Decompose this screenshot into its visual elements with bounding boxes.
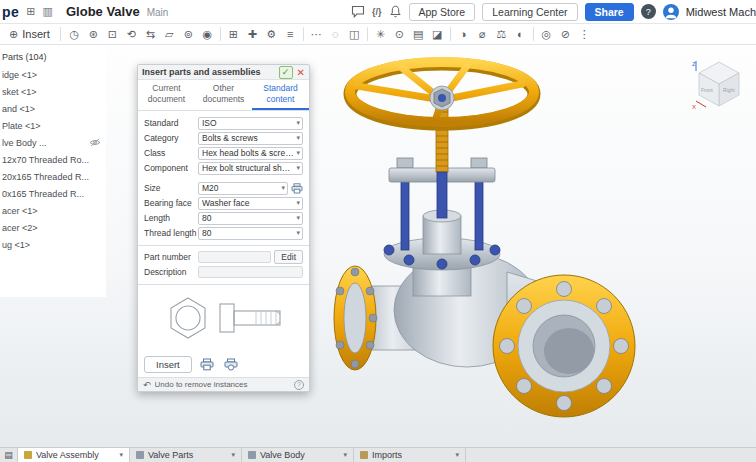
mass-properties-icon[interactable]: ⚖ — [492, 26, 511, 43]
hide-icon[interactable]: ⊘ — [556, 26, 575, 43]
view-cube[interactable]: Front Right Z X — [692, 57, 746, 111]
tab-menu-caret[interactable]: ▾ — [231, 451, 235, 459]
workspace-name[interactable]: Main — [147, 7, 169, 18]
printer-settings-icon[interactable] — [223, 356, 240, 373]
standard-select[interactable]: ISO ▾ — [198, 117, 303, 130]
undo-icon[interactable]: ↶ — [143, 380, 151, 390]
3d-viewport[interactable]: Front Right Z X — [0, 45, 756, 447]
mate-icon[interactable]: ⊛ — [84, 26, 103, 43]
bom-icon[interactable]: ▤ — [409, 26, 428, 43]
printer-icon[interactable] — [199, 356, 216, 373]
panel-icon[interactable]: ▥ — [43, 5, 53, 18]
section-view-icon[interactable]: ◑ — [454, 26, 473, 43]
class-select[interactable]: Hex head bolts & screws ▾ — [198, 147, 303, 160]
toolbar-separator[interactable] — [450, 27, 451, 41]
toolbar-separator[interactable] — [220, 27, 221, 41]
cylindrical-mate-icon[interactable]: ⊚ — [179, 26, 198, 43]
slider-mate-icon[interactable]: ⇆ — [141, 26, 160, 43]
document-title[interactable]: Globe Valve — [66, 4, 140, 19]
notifications-bell-icon[interactable] — [389, 5, 402, 18]
revolute-mate-icon[interactable]: ⟲ — [122, 26, 141, 43]
explode-icon[interactable]: ✳ — [371, 26, 390, 43]
tab-other-documents[interactable]: Other documents — [195, 80, 252, 109]
user-avatar[interactable] — [663, 4, 679, 20]
field-label: Class — [144, 148, 198, 158]
measure-icon[interactable]: ⌀ — [473, 26, 492, 43]
onshape-app: pe ⊞ ▥ Globe Valve Main {/} App Store Le… — [0, 0, 756, 462]
thread-length-select[interactable]: 80 ▾ — [198, 227, 303, 240]
user-name[interactable]: Midwest Mach — [686, 6, 756, 18]
parts-list-item[interactable]: sket <1> — [0, 83, 106, 100]
toolbar-separator[interactable] — [533, 27, 534, 41]
linear-pattern-icon[interactable]: ⋯ — [307, 26, 326, 43]
parts-list-item[interactable]: ug <1> — [0, 236, 106, 253]
history-icon[interactable]: ◷ — [65, 26, 84, 43]
circular-pattern-icon[interactable]: ◌ — [326, 26, 345, 43]
snapshot-icon[interactable]: ⊙ — [390, 26, 409, 43]
tab-standard-content[interactable]: Standard content — [252, 80, 309, 109]
field-label: Length — [144, 213, 198, 223]
tab-menu-caret[interactable]: ▾ — [455, 451, 459, 459]
size-table-icon[interactable] — [291, 183, 303, 194]
field-label: Thread length — [144, 228, 198, 238]
parts-list-header[interactable]: Parts (104) — [0, 50, 106, 66]
parts-list: idge <1> sket <1> and <1> Plate <1> — [0, 66, 106, 253]
parts-list-item[interactable]: idge <1> — [0, 66, 106, 83]
ball-mate-icon[interactable]: ◉ — [198, 26, 217, 43]
length-select[interactable]: 80 ▾ — [198, 212, 303, 225]
close-icon[interactable]: ✕ — [297, 67, 305, 78]
hidden-eye-icon[interactable] — [89, 138, 101, 147]
appearance-icon[interactable]: ◐ — [511, 26, 530, 43]
tab-valve-assembly[interactable]: Valve Assembly ▾ — [18, 448, 130, 462]
app-store-button[interactable]: App Store — [409, 3, 476, 21]
insert-button[interactable]: ⊕ Insert — [3, 26, 56, 43]
grid-icon[interactable]: ⊞ — [26, 5, 35, 18]
tab-menu-caret[interactable]: ▾ — [119, 451, 123, 459]
onshape-logo[interactable]: pe — [2, 4, 19, 20]
comments-icon[interactable] — [351, 5, 365, 18]
component-select[interactable]: Hex bolt structural short grade C ISC ▾ — [198, 162, 303, 175]
tab-menu-caret[interactable]: ▾ — [343, 451, 347, 459]
mirror-icon[interactable]: ◫ — [345, 26, 364, 43]
category-select[interactable]: Bolts & screws ▾ — [198, 132, 303, 145]
toolbar-separator[interactable] — [367, 27, 368, 41]
parts-list-item[interactable]: acer <1> — [0, 202, 106, 219]
named-positions-icon[interactable]: ◪ — [428, 26, 447, 43]
parts-list-item[interactable]: and <1> — [0, 100, 106, 117]
dialog-title: Insert parts and assemblies — [142, 67, 275, 77]
group-icon[interactable]: ⊞ — [224, 26, 243, 43]
code-icon[interactable]: {/} — [372, 7, 382, 17]
parts-list-item[interactable]: Plate <1> — [0, 117, 106, 134]
size-select[interactable]: M20 ▾ — [198, 182, 288, 195]
mate-connector-icon[interactable]: ✚ — [243, 26, 262, 43]
dialog-help-icon[interactable]: ? — [294, 380, 304, 390]
help-icon[interactable]: ? — [641, 4, 656, 19]
description-input[interactable] — [198, 266, 303, 278]
tab-valve-body[interactable]: Valve Body ▾ — [242, 448, 354, 462]
screw-relation-icon[interactable]: ≡ — [281, 26, 300, 43]
bearing-face-select[interactable]: Washer face ▾ — [198, 197, 303, 210]
parts-list-item[interactable]: acer <2> — [0, 219, 106, 236]
tab-current-document[interactable]: Current document — [138, 80, 195, 109]
parts-list-item[interactable]: 0x165 Threaded R... — [0, 185, 106, 202]
confirm-check-button[interactable]: ✓ — [279, 66, 293, 79]
fastened-mate-icon[interactable]: ⊡ — [103, 26, 122, 43]
display-options-icon[interactable]: ◎ — [537, 26, 556, 43]
parts-list-item[interactable]: 12x70 Threaded Ro... — [0, 151, 106, 168]
globe-valve-render[interactable] — [315, 48, 650, 444]
gear-relation-icon[interactable]: ⚙ — [262, 26, 281, 43]
edit-button[interactable]: Edit — [274, 250, 303, 264]
field-label: Component — [144, 163, 198, 173]
tab-manager-icon[interactable]: ▤ — [0, 448, 18, 462]
parts-list-item[interactable]: lve Body ... — [0, 134, 106, 151]
planar-mate-icon[interactable]: ▱ — [160, 26, 179, 43]
insert-confirm-button[interactable]: Insert — [144, 356, 192, 373]
tab-imports[interactable]: Imports ▾ — [354, 448, 466, 462]
more-icon[interactable]: ⋮ — [575, 26, 594, 43]
part-number-input[interactable] — [198, 251, 271, 263]
tab-valve-parts[interactable]: Valve Parts ▾ — [130, 448, 242, 462]
share-button[interactable]: Share — [585, 3, 634, 21]
toolbar-separator[interactable] — [303, 27, 304, 41]
learning-center-button[interactable]: Learning Center — [482, 3, 577, 21]
parts-list-item[interactable]: 20x165 Threaded R... — [0, 168, 106, 185]
